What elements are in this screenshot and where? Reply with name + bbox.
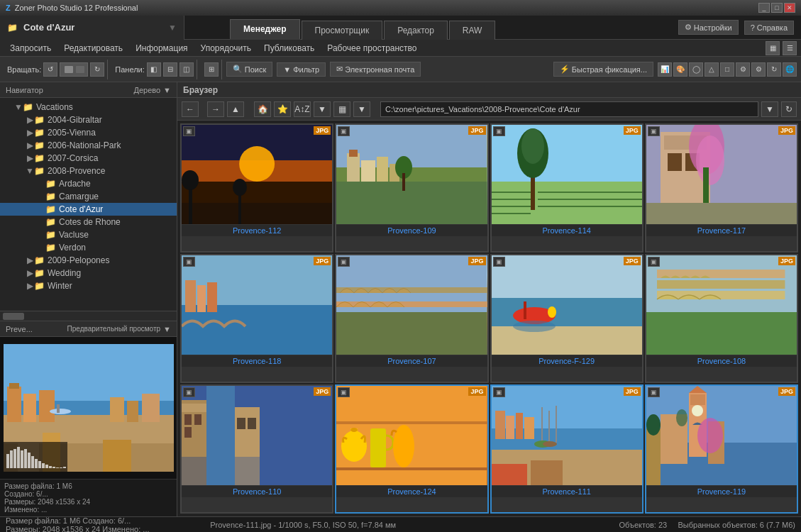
panel-icon-2[interactable]: ⊟ <box>163 62 177 77</box>
tree-item-vacations[interactable]: ▼ 📁 Vacations <box>0 101 177 113</box>
svg-rect-107 <box>237 418 245 429</box>
home-button[interactable]: 🏠 <box>254 101 271 117</box>
folder-icon: 📁 <box>34 255 45 265</box>
shape-icon-1[interactable]: ◯ <box>689 62 703 77</box>
tree-item-gibraltar[interactable]: ▶ 📁 2004-Gibraltar <box>0 113 177 126</box>
photo-provence-107[interactable]: JPG ▣ Provence-107 <box>335 254 488 383</box>
help-button[interactable]: ? Справка <box>744 21 794 35</box>
rotate-left-icon[interactable]: ↺ <box>43 62 57 77</box>
sort-dropdown[interactable]: ▼ <box>314 101 331 117</box>
tree-item-cote-azur[interactable]: 📁 Cote d'Azur <box>0 203 177 216</box>
tree-item-verdon[interactable]: 📁 Verdon <box>0 241 177 254</box>
histogram-icon[interactable]: 📊 <box>658 62 672 77</box>
forward-button[interactable]: → <box>207 101 224 117</box>
quick-fix-button[interactable]: ⚡ Быстрая фиксация... <box>553 62 653 77</box>
tree-item-pelopones[interactable]: ▶ 📁 2009-Pelopones <box>0 254 177 267</box>
color-icon[interactable]: 🎨 <box>673 62 687 77</box>
photo-provence-109[interactable]: JPG ▣ Provence-109 <box>335 123 488 253</box>
minimize-button[interactable]: _ <box>758 3 770 13</box>
tab-viewer[interactable]: Просмотрщик <box>302 21 383 40</box>
up-button[interactable]: ▲ <box>227 101 244 117</box>
menu-info[interactable]: Информация <box>130 41 193 55</box>
star-button[interactable]: ⭐ <box>274 101 291 117</box>
tree-item-provence[interactable]: ▼ 📁 2008-Provence <box>0 165 177 177</box>
svg-rect-39 <box>182 182 332 224</box>
tool-icon-2[interactable]: ⚙ <box>751 62 766 77</box>
tab-raw[interactable]: RAW <box>449 21 496 40</box>
tree-item-wedding[interactable]: ▶ 📁 Wedding <box>0 267 177 279</box>
menu-organize[interactable]: Упорядочить <box>195 41 257 55</box>
tree-item-camargue[interactable]: 📁 Camargue <box>0 190 177 203</box>
search-button[interactable]: 🔍 Поиск <box>226 62 272 77</box>
menu-publish[interactable]: Публиковать <box>258 41 320 55</box>
tree-item-winter[interactable]: ▶ 📁 Winter <box>0 279 177 292</box>
sort-button[interactable]: A↕Z <box>294 101 311 117</box>
expand-icon[interactable]: ▶ <box>26 153 34 163</box>
expand-icon[interactable]: ▶ <box>26 281 34 291</box>
email-button[interactable]: ✉ Электронная почта <box>330 62 421 77</box>
select-badge: ▣ <box>648 387 660 397</box>
menu-workspace[interactable]: Рабочее пространство <box>321 41 422 55</box>
tree-item-cotes-rhone[interactable]: 📁 Cotes de Rhone <box>0 216 177 228</box>
svg-rect-123 <box>495 411 505 439</box>
photo-provence-112[interactable]: JPG ▣ Provence-112 <box>180 123 333 253</box>
photo-svg <box>336 255 487 355</box>
photo-provence-124[interactable]: JPG ▣ Provence-124 <box>335 384 488 514</box>
path-dropdown-icon[interactable]: ▼ <box>761 101 778 117</box>
expand-icon[interactable]: ▶ <box>26 115 34 125</box>
tree-item-corsica[interactable]: ▶ 📁 2007-Corsica <box>0 152 177 165</box>
maximize-button[interactable]: □ <box>771 3 783 13</box>
refresh-button[interactable]: ↻ <box>781 101 797 117</box>
photo-svg <box>492 255 642 355</box>
menu-request[interactable]: Запросить <box>4 41 57 55</box>
photo-provence-f129[interactable]: JPG ▣ Provence-F-129 <box>490 254 643 383</box>
back-button[interactable]: ← <box>182 101 199 117</box>
panel-icon-3[interactable]: ◫ <box>179 62 194 77</box>
menu-edit[interactable]: Редактировать <box>58 41 128 55</box>
globe-icon[interactable]: 🌐 <box>783 62 797 77</box>
expand-icon[interactable]: ▶ <box>26 255 34 265</box>
shape-icon-3[interactable]: □ <box>720 62 734 77</box>
shape-icon-2[interactable]: △ <box>705 62 719 77</box>
sync-icon[interactable]: ↻ <box>767 62 781 77</box>
rotate-right-icon[interactable]: ↻ <box>90 62 104 77</box>
tree-dropdown-icon[interactable]: ▼ <box>163 86 171 94</box>
tree-item-vienna[interactable]: ▶ 📁 2005-Vienna <box>0 126 177 139</box>
svg-rect-13 <box>127 401 138 422</box>
svg-rect-36 <box>63 467 66 468</box>
close-button[interactable]: ✕ <box>784 3 795 13</box>
photo-provence-119[interactable]: JPG ▣ Provence-119 <box>645 384 798 514</box>
photo-provence-111[interactable]: JPG ▣ Provence-111 <box>490 384 643 514</box>
preview-dropdown-icon[interactable]: ▼ <box>163 325 171 333</box>
view-icon-2[interactable]: ☰ <box>783 41 797 55</box>
view-dropdown[interactable]: ▼ <box>353 101 370 117</box>
panel-icon-1[interactable]: ◧ <box>147 62 161 77</box>
thumb-image <box>336 125 487 224</box>
tab-manager[interactable]: Менеджер <box>230 19 300 40</box>
tree-item-ardache[interactable]: 📁 Ardache <box>0 177 177 190</box>
select-badge: ▣ <box>183 126 195 136</box>
expand-icon[interactable]: ▶ <box>26 268 34 278</box>
view-icon-1[interactable]: ▦ <box>766 41 780 55</box>
expand-icon[interactable]: ▶ <box>26 128 34 138</box>
photo-provence-114[interactable]: JPG ▣ Provence-114 <box>490 123 643 253</box>
tree-item-natpark[interactable]: ▶ 📁 2006-National-Park <box>0 139 177 152</box>
photo-provence-110[interactable]: JPG ▣ Provence-110 <box>180 384 333 514</box>
tab-editor[interactable]: Редактор <box>384 21 448 40</box>
svg-rect-3 <box>4 344 174 401</box>
path-bar[interactable]: C:\zoner\pictures_Vacations\2008-Provenc… <box>380 101 758 117</box>
settings-button[interactable]: ⚙ Настройки <box>678 20 739 35</box>
filter-button[interactable]: ▼ Фильтр <box>277 62 326 77</box>
nav-icon[interactable]: ⊞ <box>204 62 219 77</box>
tool-icon-1[interactable]: ⚙ <box>736 62 750 77</box>
expand-icon[interactable]: ▶ <box>26 140 34 150</box>
expand-vacations-icon[interactable]: ▼ <box>14 102 23 112</box>
view-button[interactable]: ▦ <box>333 101 350 117</box>
photo-provence-108[interactable]: JPG ▣ Provence-108 <box>645 254 798 383</box>
photo-label: Provence-114 <box>492 224 642 236</box>
photo-provence-117[interactable]: JPG ▣ Provence-117 <box>645 123 798 253</box>
expand-provence-icon[interactable]: ▼ <box>26 166 34 176</box>
photo-provence-118[interactable]: JPG ▣ Provence-118 <box>180 254 333 383</box>
tree-item-vacluse[interactable]: 📁 Vacluse <box>0 228 177 241</box>
sidebar-hscrollbar[interactable] <box>0 311 177 321</box>
